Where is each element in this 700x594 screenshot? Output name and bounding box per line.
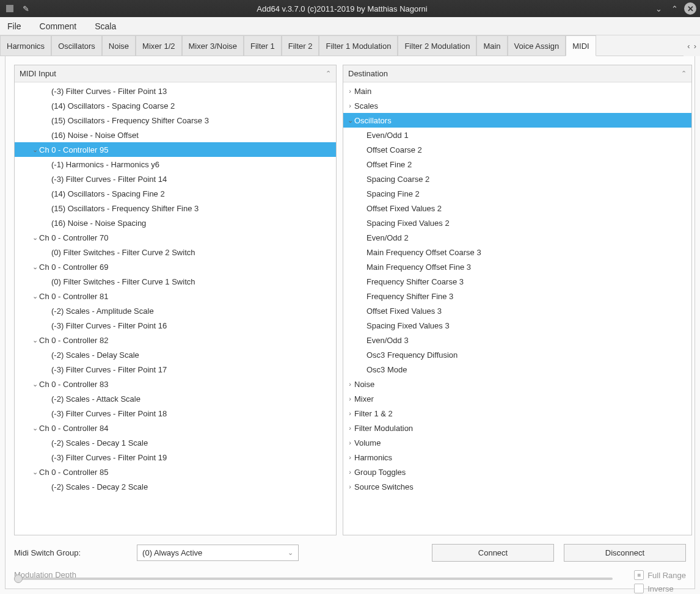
tree-item[interactable]: Offset Fine 2 xyxy=(343,157,691,172)
tree-item[interactable]: Main Frequency Offset Coarse 3 xyxy=(343,245,691,259)
connect-button[interactable]: Connect xyxy=(432,544,554,562)
chevron-down-icon[interactable]: ⌄ xyxy=(31,468,39,476)
slider-thumb[interactable] xyxy=(14,574,23,583)
tree-item[interactable]: Main Frequency Offset Fine 3 xyxy=(343,259,691,274)
chevron-up-icon[interactable]: ⌃ xyxy=(681,70,687,78)
tab-harmonics[interactable]: Harmonics xyxy=(0,35,51,56)
chevron-right-icon[interactable]: › xyxy=(346,454,354,461)
tree-item[interactable]: ⌄Ch 0 - Controller 95 xyxy=(15,142,336,157)
tab-scroll-left-icon[interactable]: ‹ xyxy=(687,42,690,51)
tab-oscillators[interactable]: Oscillators xyxy=(51,35,102,56)
full-range-checkbox[interactable] xyxy=(634,570,644,580)
tree-item[interactable]: (-3) Filter Curves - Filter Point 17 xyxy=(15,362,336,377)
tree-item[interactable]: ›Harmonics xyxy=(343,450,691,465)
tree-item[interactable]: (-3) Filter Curves - Filter Point 18 xyxy=(15,406,336,421)
tree-item[interactable]: Even/Odd 2 xyxy=(343,230,691,245)
tree-item[interactable]: ›Scales xyxy=(343,98,691,113)
tree-item[interactable]: ›Main xyxy=(343,84,691,98)
menu-scala[interactable]: Scala xyxy=(91,19,120,34)
tree-item[interactable]: (14) Oscillators - Spacing Coarse 2 xyxy=(15,98,336,113)
chevron-right-icon[interactable]: › xyxy=(346,439,354,446)
chevron-down-icon[interactable]: ⌄ xyxy=(31,424,39,432)
tree-item[interactable]: ›Filter Modulation xyxy=(343,421,691,435)
chevron-down-icon[interactable]: ⌄ xyxy=(31,263,39,271)
tree-item[interactable]: (0) Filter Switches - Filter Curve 1 Swi… xyxy=(15,274,336,289)
tab-noise[interactable]: Noise xyxy=(102,35,136,56)
tree-item[interactable]: ⌄Ch 0 - Controller 82 xyxy=(15,333,336,347)
tree-item[interactable]: (-3) Filter Curves - Filter Point 13 xyxy=(15,84,336,98)
tree-item[interactable]: ›Source Switches xyxy=(343,479,691,494)
tree-item[interactable]: Osc3 Mode xyxy=(343,362,691,377)
inverse-checkbox[interactable] xyxy=(634,584,644,593)
tree-item[interactable]: Offset Fixed Values 3 xyxy=(343,303,691,318)
chevron-right-icon[interactable]: › xyxy=(346,424,354,432)
tree-item[interactable]: (16) Noise - Noise Spacing xyxy=(15,216,336,230)
minimize-icon[interactable]: ⌄ xyxy=(652,2,665,15)
tree-item[interactable]: Spacing Coarse 2 xyxy=(343,172,691,186)
tree-item[interactable]: ›Filter 1 & 2 xyxy=(343,406,691,421)
menu-file[interactable]: File xyxy=(4,19,25,34)
tree-item[interactable]: ›Mixer xyxy=(343,391,691,406)
maximize-icon[interactable]: ⌃ xyxy=(668,2,680,15)
tree-item[interactable]: ⌄Ch 0 - Controller 83 xyxy=(15,377,336,391)
tab-voice-assign[interactable]: Voice Assign xyxy=(508,35,566,56)
destination-tree[interactable]: ›Main›Scales⌄Oscillators Even/Odd 1 Offs… xyxy=(343,82,691,535)
tab-filter-2-modulation[interactable]: Filter 2 Modulation xyxy=(398,35,476,56)
menu-comment[interactable]: Comment xyxy=(36,19,81,34)
chevron-right-icon[interactable]: › xyxy=(346,483,354,490)
chevron-right-icon[interactable]: › xyxy=(346,410,354,417)
tree-item[interactable]: ›Noise xyxy=(343,377,691,391)
tree-item[interactable]: Frequency Shifter Coarse 3 xyxy=(343,274,691,289)
tree-item[interactable]: (-3) Filter Curves - Filter Point 14 xyxy=(15,172,336,186)
chevron-down-icon[interactable]: ⌄ xyxy=(31,292,39,300)
tree-item[interactable]: (-2) Scales - Decay 1 Scale xyxy=(15,435,336,450)
tree-item[interactable]: ⌄Ch 0 - Controller 81 xyxy=(15,289,336,303)
tree-item[interactable]: Offset Fixed Values 2 xyxy=(343,201,691,216)
tab-mixer-3-noise[interactable]: Mixer 3/Noise xyxy=(182,35,244,56)
chevron-down-icon[interactable]: ⌄ xyxy=(31,336,39,344)
chevron-down-icon[interactable]: ⌄ xyxy=(346,117,354,125)
tab-filter-1[interactable]: Filter 1 xyxy=(244,35,282,56)
tree-item[interactable]: Osc3 Frequency Diffusion xyxy=(343,347,691,362)
pin-icon[interactable]: ✎ xyxy=(20,2,32,15)
chevron-right-icon[interactable]: › xyxy=(346,102,354,109)
tree-item[interactable]: ⌄Ch 0 - Controller 85 xyxy=(15,465,336,479)
tree-item[interactable]: ⌄Ch 0 - Controller 84 xyxy=(15,421,336,435)
tree-item[interactable]: (-3) Filter Curves - Filter Point 16 xyxy=(15,318,336,333)
disconnect-button[interactable]: Disconnect xyxy=(564,544,686,562)
tree-item[interactable]: (-2) Scales - Attack Scale xyxy=(15,391,336,406)
chevron-down-icon[interactable]: ⌄ xyxy=(31,146,39,154)
tree-item[interactable]: (0) Filter Switches - Filter Curve 2 Swi… xyxy=(15,245,336,259)
chevron-down-icon[interactable]: ⌄ xyxy=(31,234,39,242)
tab-mixer-1-2[interactable]: Mixer 1/2 xyxy=(136,35,181,56)
tree-item[interactable]: ›Volume xyxy=(343,435,691,450)
tree-item[interactable]: ›Group Toggles xyxy=(343,465,691,479)
midi-switch-group-select[interactable]: (0) Always Active ⌄ xyxy=(137,545,299,561)
tab-filter-2[interactable]: Filter 2 xyxy=(282,35,319,56)
chevron-right-icon[interactable]: › xyxy=(346,380,354,388)
tree-item[interactable]: (14) Oscillators - Spacing Fine 2 xyxy=(15,186,336,201)
tree-item[interactable]: Even/Odd 3 xyxy=(343,333,691,347)
tree-item[interactable]: (15) Oscillators - Frequency Shifter Fin… xyxy=(15,201,336,216)
tree-item[interactable]: (15) Oscillators - Frequency Shifter Coa… xyxy=(15,113,336,128)
tree-item[interactable]: (16) Noise - Noise Offset xyxy=(15,128,336,142)
modulation-depth-slider[interactable] xyxy=(14,578,613,580)
tab-main[interactable]: Main xyxy=(476,35,507,56)
tree-item[interactable]: Spacing Fixed Values 3 xyxy=(343,318,691,333)
tree-item[interactable]: ⌄Ch 0 - Controller 69 xyxy=(15,259,336,274)
tab-midi[interactable]: MIDI xyxy=(566,35,596,56)
midi-input-tree[interactable]: (-3) Filter Curves - Filter Point 13 (14… xyxy=(15,82,336,535)
tree-item[interactable]: (-2) Scales - Delay Scale xyxy=(15,347,336,362)
chevron-right-icon[interactable]: › xyxy=(346,395,354,402)
tree-item[interactable]: (-2) Scales - Decay 2 Scale xyxy=(15,479,336,494)
tree-item[interactable]: Spacing Fixed Values 2 xyxy=(343,216,691,230)
chevron-right-icon[interactable]: › xyxy=(346,468,354,476)
tab-scroll-right-icon[interactable]: › xyxy=(694,42,696,51)
tree-item[interactable]: Spacing Fine 2 xyxy=(343,186,691,201)
tab-filter-1-modulation[interactable]: Filter 1 Modulation xyxy=(319,35,398,56)
tree-item[interactable]: ⌄Ch 0 - Controller 70 xyxy=(15,230,336,245)
tree-item[interactable]: (-1) Harmonics - Harmonics y6 xyxy=(15,157,336,172)
chevron-up-icon[interactable]: ⌃ xyxy=(326,70,331,78)
tree-item[interactable]: ⌄Oscillators xyxy=(343,113,691,128)
tree-item[interactable]: Offset Coarse 2 xyxy=(343,142,691,157)
